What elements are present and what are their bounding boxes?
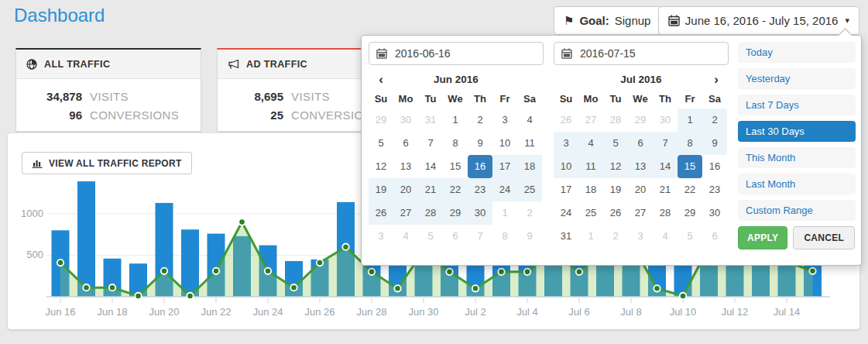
- calendar-day[interactable]: 17: [492, 155, 517, 178]
- end-date-input[interactable]: [554, 42, 729, 65]
- conversions-point[interactable]: [57, 260, 63, 266]
- calendar-day[interactable]: 14: [653, 155, 678, 178]
- calendar-day[interactable]: 30: [393, 108, 418, 132]
- range-preset-custom-range[interactable]: Custom Range: [738, 200, 856, 221]
- calendar-day[interactable]: 8: [443, 132, 468, 155]
- range-preset-today[interactable]: Today: [738, 42, 856, 63]
- calendar-day[interactable]: 27: [393, 201, 418, 225]
- start-date-input[interactable]: [369, 42, 544, 65]
- conversions-point[interactable]: [342, 244, 348, 250]
- calendar-day[interactable]: 11: [517, 132, 542, 155]
- calendar-day[interactable]: 4: [578, 132, 603, 155]
- calendar-day[interactable]: 22: [443, 178, 468, 201]
- conversions-point[interactable]: [524, 269, 530, 275]
- calendar-day[interactable]: 5: [603, 132, 628, 155]
- conversions-point[interactable]: [369, 269, 375, 275]
- calendar-day[interactable]: 25: [517, 178, 542, 201]
- conversions-point[interactable]: [472, 285, 479, 291]
- conversions-point[interactable]: [809, 268, 815, 274]
- conversions-point[interactable]: [394, 285, 400, 291]
- calendar-day[interactable]: 23: [468, 178, 492, 201]
- calendar-day[interactable]: 29: [628, 108, 653, 132]
- calendar-day[interactable]: 3: [492, 108, 517, 132]
- calendar-day[interactable]: 6: [628, 132, 653, 155]
- range-preset-last-month[interactable]: Last Month: [738, 174, 856, 194]
- cancel-button[interactable]: CANCEL: [793, 226, 855, 249]
- chevron-left-icon[interactable]: ‹: [369, 70, 393, 90]
- calendar-day[interactable]: 24: [554, 201, 578, 225]
- calendar-day[interactable]: 23: [702, 178, 727, 201]
- calendar-day[interactable]: 3: [369, 225, 393, 248]
- calendar-day[interactable]: 29: [678, 201, 702, 225]
- calendar-day[interactable]: 26: [554, 108, 578, 132]
- range-preset-last-30-days[interactable]: Last 30 Days: [738, 121, 856, 142]
- calendar-day[interactable]: 4: [393, 225, 418, 248]
- calendar-day[interactable]: 6: [443, 225, 468, 248]
- calendar-day[interactable]: 26: [369, 201, 393, 225]
- conversions-point[interactable]: [238, 218, 245, 225]
- calendar-day[interactable]: 28: [418, 201, 443, 225]
- calendar-day[interactable]: 29: [443, 201, 468, 225]
- end-date-field[interactable]: [578, 46, 722, 60]
- calendar-day[interactable]: 27: [578, 108, 603, 132]
- calendar-day[interactable]: 10: [492, 132, 517, 155]
- conversions-point[interactable]: [161, 268, 167, 274]
- calendar-day[interactable]: 16: [702, 155, 727, 178]
- calendar-day[interactable]: 21: [653, 178, 678, 201]
- calendar-day[interactable]: 28: [603, 108, 628, 132]
- calendar-day[interactable]: 30: [653, 108, 678, 132]
- calendar-day[interactable]: 27: [628, 201, 653, 225]
- goal-dropdown-button[interactable]: ⚑ Goal: Signup ▾: [554, 6, 672, 35]
- calendar-day-selected[interactable]: 15: [678, 155, 702, 178]
- calendar-day[interactable]: 30: [468, 201, 492, 225]
- calendar-day[interactable]: 4: [653, 225, 678, 248]
- apply-button[interactable]: APPLY: [738, 226, 787, 249]
- calendar-day[interactable]: 12: [603, 155, 628, 178]
- calendar-day[interactable]: 31: [418, 108, 443, 132]
- calendar-day[interactable]: 6: [393, 132, 418, 155]
- calendar-day[interactable]: 18: [517, 155, 542, 178]
- calendar-day[interactable]: 20: [628, 178, 653, 201]
- conversions-point[interactable]: [576, 269, 582, 275]
- calendar-day[interactable]: 19: [369, 178, 393, 201]
- calendar-day[interactable]: 13: [628, 155, 653, 178]
- calendar-day[interactable]: 9: [517, 225, 542, 248]
- conversions-point[interactable]: [680, 293, 686, 299]
- calendar-day[interactable]: 7: [653, 132, 678, 155]
- calendar-day[interactable]: 24: [492, 178, 517, 201]
- calendar-day[interactable]: 13: [393, 155, 418, 178]
- conversions-point[interactable]: [187, 293, 193, 299]
- calendar-day[interactable]: 19: [603, 178, 628, 201]
- calendar-day[interactable]: 15: [443, 155, 468, 178]
- calendar-day[interactable]: 11: [578, 155, 603, 178]
- calendar-day[interactable]: 25: [578, 201, 603, 225]
- calendar-day[interactable]: 1: [678, 108, 702, 132]
- calendar-day[interactable]: 3: [628, 225, 653, 248]
- conversions-point[interactable]: [135, 293, 141, 299]
- calendar-day-selected[interactable]: 16: [468, 155, 492, 178]
- view-all-traffic-report-button[interactable]: VIEW ALL TRAFFIC REPORT: [22, 152, 192, 174]
- calendar-day[interactable]: 5: [369, 132, 393, 155]
- calendar-day[interactable]: 1: [578, 225, 603, 248]
- visits-bar[interactable]: [77, 181, 95, 297]
- conversions-point[interactable]: [317, 260, 323, 266]
- calendar-day[interactable]: 2: [468, 108, 492, 132]
- calendar-day[interactable]: 9: [702, 132, 727, 155]
- calendar-day[interactable]: 2: [702, 108, 727, 132]
- range-preset-this-month[interactable]: This Month: [738, 147, 856, 168]
- range-preset-last-7-days[interactable]: Last 7 Days: [738, 95, 856, 115]
- calendar-day[interactable]: 10: [554, 155, 578, 178]
- conversions-point[interactable]: [654, 285, 660, 291]
- calendar-day[interactable]: 14: [418, 155, 443, 178]
- conversions-point[interactable]: [290, 284, 297, 291]
- calendar-day[interactable]: 9: [468, 132, 492, 155]
- calendar-day[interactable]: 7: [418, 132, 443, 155]
- calendar-day[interactable]: 12: [369, 155, 393, 178]
- calendar-day[interactable]: 8: [678, 132, 702, 155]
- daterange-dropdown-button[interactable]: June 16, 2016 - July 15, 2016 ▾: [658, 6, 859, 35]
- calendar-day[interactable]: 22: [678, 178, 702, 201]
- calendar-day[interactable]: 1: [443, 108, 468, 132]
- calendar-day[interactable]: 4: [517, 108, 542, 132]
- chevron-right-icon[interactable]: ›: [704, 70, 729, 90]
- calendar-day[interactable]: 30: [702, 201, 727, 225]
